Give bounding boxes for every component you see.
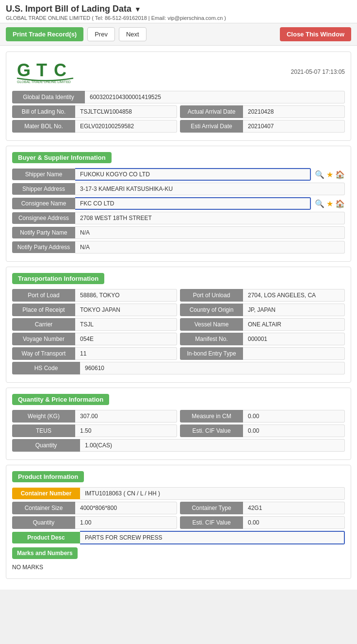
carrier-label: Carrier xyxy=(12,318,75,331)
shipper-name-label: Shipper Name xyxy=(12,169,75,180)
prod-quantity-field: Quantity 1.00 xyxy=(12,516,177,529)
container-number-label: Container Number xyxy=(12,488,80,499)
mater-bol-value: EGLV020100259582 xyxy=(75,120,177,133)
shipper-name-row: Shipper Name FUKOKU KOGYO CO LTD 🔍 ★ 🏠 xyxy=(12,168,345,181)
port-of-unload-label: Port of Unload xyxy=(180,289,243,302)
prod-quantity-cif-row: Quantity 1.00 Esti. CIF Value 0.00 xyxy=(12,516,345,529)
consignee-star-icon[interactable]: ★ xyxy=(326,199,333,208)
svg-text:T: T xyxy=(36,60,47,80)
mater-bol-esti-row: Mater BOL No. EGLV020100259582 Esti Arri… xyxy=(12,120,345,133)
vessel-name-field: Vessel Name ONE ALTAIR xyxy=(180,318,345,331)
weight-field: Weight (KG) 307.00 xyxy=(12,410,177,423)
shipper-star-icon[interactable]: ★ xyxy=(326,170,333,179)
consignee-address-row: Consignee Address 2708 WEST 18TH STREET xyxy=(12,212,345,224)
actual-arrival-field: Actual Arrival Date 20210428 xyxy=(180,105,345,118)
container-size-value: 4000*806*800 xyxy=(75,502,177,514)
svg-text:C: C xyxy=(54,60,66,80)
close-button[interactable]: Close This Window xyxy=(280,27,351,41)
container-type-value: 42G1 xyxy=(243,502,345,514)
place-of-receipt-value: TOKYO JAPAN xyxy=(75,304,177,316)
country-of-origin-value: JP, JAPAN xyxy=(243,304,345,316)
notify-party-address-row: Notify Party Address N/A xyxy=(12,241,345,254)
shipper-home-icon[interactable]: 🏠 xyxy=(335,170,345,179)
carrier-value: TSJL xyxy=(75,318,177,331)
container-type-field: Container Type 42G1 xyxy=(180,502,345,514)
dropdown-icon[interactable]: ▼ xyxy=(134,5,141,13)
consignee-name-value: FKC CO LTD xyxy=(75,197,311,210)
transportation-title: Transportation Information xyxy=(12,273,104,284)
notify-party-address-value: N/A xyxy=(75,241,345,254)
country-of-origin-label: Country of Origin xyxy=(180,304,243,316)
bol-field: Bill of Lading No. TSJLTCLW1004858 xyxy=(12,105,177,118)
quantity-price-section: Quantity & Price Information Weight (KG)… xyxy=(6,388,351,460)
hs-code-row: HS Code 960610 xyxy=(12,362,345,374)
voyage-number-field: Voyage Number 054E xyxy=(12,333,177,345)
consignee-name-label: Consignee Name xyxy=(12,198,75,209)
consignee-address-label: Consignee Address xyxy=(12,212,75,224)
global-data-identity-value: 6003202104300001419525 xyxy=(85,91,345,103)
product-desc-label: Product Desc xyxy=(12,532,80,543)
quantity-row: Quantity 1.00(CAS) xyxy=(12,439,345,452)
global-data-identity-label: Global Data Identity xyxy=(12,91,85,103)
way-inbond-row: Way of Transport 11 In-bond Entry Type xyxy=(12,347,345,360)
vessel-name-value: ONE ALTAIR xyxy=(243,318,345,331)
carrier-vessel-row: Carrier TSJL Vessel Name ONE ALTAIR xyxy=(12,318,345,331)
notify-party-name-row: Notify Party Name N/A xyxy=(12,226,345,239)
prod-esti-cif-label: Esti. CIF Value xyxy=(180,516,243,529)
way-of-transport-field: Way of Transport 11 xyxy=(12,347,177,360)
mater-bol-label: Mater BOL No. xyxy=(12,120,75,133)
shipper-search-icon[interactable]: 🔍 xyxy=(315,170,325,179)
product-desc-value: PARTS FOR SCREW PRESS xyxy=(80,531,345,544)
container-size-type-row: Container Size 4000*806*800 Container Ty… xyxy=(12,502,345,514)
logo-area: G T C GLOBAL TRADE ONLINE LIMITED xyxy=(12,58,80,86)
container-number-value: IMTU1018063 ( CN / L / HH ) xyxy=(80,487,345,500)
hs-code-value: 960610 xyxy=(80,362,345,374)
teus-field: TEUS 1.50 xyxy=(12,424,177,437)
buyer-supplier-section: Buyer & Supplier Information Shipper Nam… xyxy=(6,146,351,262)
bol-label: Bill of Lading No. xyxy=(12,105,75,118)
container-type-label: Container Type xyxy=(180,502,243,514)
consignee-home-icon[interactable]: 🏠 xyxy=(335,199,345,208)
hs-code-label: HS Code xyxy=(12,362,80,374)
receipt-origin-row: Place of Receipt TOKYO JAPAN Country of … xyxy=(12,304,345,316)
notify-party-address-label: Notify Party Address xyxy=(12,241,75,253)
prod-quantity-value: 1.00 xyxy=(75,516,177,529)
place-of-receipt-field: Place of Receipt TOKYO JAPAN xyxy=(12,304,177,316)
product-info-section: Product Information Container Number IMT… xyxy=(6,465,351,579)
measure-value: 0.00 xyxy=(243,410,345,423)
esti-arrival-field: Esti Arrival Date 20210407 xyxy=(180,120,345,133)
main-content: G T C GLOBAL TRADE ONLINE LIMITED 2021-0… xyxy=(0,46,357,590)
in-bond-entry-field: In-bond Entry Type xyxy=(180,347,345,360)
card-header: G T C GLOBAL TRADE ONLINE LIMITED 2021-0… xyxy=(12,58,345,86)
quantity-value: 1.00(CAS) xyxy=(80,439,345,452)
prev-button[interactable]: Prev xyxy=(87,27,115,41)
next-button[interactable]: Next xyxy=(119,27,146,41)
country-of-origin-field: Country of Origin JP, JAPAN xyxy=(180,304,345,316)
container-size-field: Container Size 4000*806*800 xyxy=(12,502,177,514)
shipper-address-label: Shipper Address xyxy=(12,183,75,195)
actual-arrival-label: Actual Arrival Date xyxy=(180,105,243,118)
port-of-unload-field: Port of Unload 2704, LOS ANGELES, CA xyxy=(180,289,345,302)
esti-cif-field: Esti. CIF Value 0.00 xyxy=(180,424,345,437)
product-info-title: Product Information xyxy=(12,471,84,482)
voyage-number-label: Voyage Number xyxy=(12,333,75,345)
consignee-action-icons: 🔍 ★ 🏠 xyxy=(315,199,345,208)
product-desc-row: Product Desc PARTS FOR SCREW PRESS xyxy=(12,531,345,544)
quantity-label: Quantity xyxy=(12,439,80,452)
esti-arrival-value: 20210407 xyxy=(243,120,345,133)
actual-arrival-value: 20210428 xyxy=(243,105,345,118)
header-subtitle: GLOBAL TRADE ONLINE LIMITED ( Tel: 86-51… xyxy=(6,15,351,21)
notify-party-name-value: N/A xyxy=(75,226,345,239)
voyage-manifest-row: Voyage Number 054E Manifest No. 000001 xyxy=(12,333,345,345)
print-button[interactable]: Print Trade Record(s) xyxy=(6,27,83,41)
port-of-load-field: Port of Load 58886, TOKYO xyxy=(12,289,177,302)
teus-value: 1.50 xyxy=(75,424,177,437)
consignee-search-icon[interactable]: 🔍 xyxy=(315,199,325,208)
measure-label: Measure in CM xyxy=(180,410,243,423)
consignee-name-row: Consignee Name FKC CO LTD 🔍 ★ 🏠 xyxy=(12,197,345,210)
consignee-address-value: 2708 WEST 18TH STREET xyxy=(75,212,345,224)
page-title: U.S. Import Bill of Lading Data xyxy=(6,4,131,14)
way-of-transport-value: 11 xyxy=(75,347,177,360)
transportation-section: Transportation Information Port of Load … xyxy=(6,267,351,383)
manifest-no-value: 000001 xyxy=(243,333,345,345)
